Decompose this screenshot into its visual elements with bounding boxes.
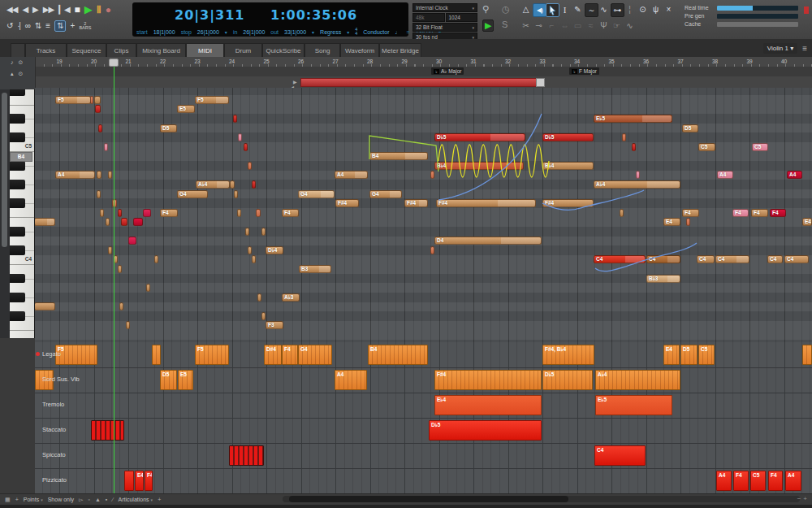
midi-note[interactable]: D5 [160, 124, 177, 132]
articulation-block[interactable]: B4 [368, 345, 428, 365]
event-list-button[interactable]: ≡ [45, 21, 50, 31]
vertical-scrollbar-track[interactable] [0, 89, 10, 338]
insert-tool-icon[interactable]: ¦ [624, 3, 636, 15]
articulation-block[interactable]: A4 [785, 471, 801, 491]
tab-clips[interactable]: Clips [106, 43, 136, 57]
key-bind-tool-icon[interactable]: ⊶ [611, 3, 624, 17]
midi-note[interactable]: A♭3 [282, 293, 300, 302]
track-selector[interactable]: Violin 1 ▾ [763, 43, 797, 54]
midi-note[interactable]: F4 [682, 209, 699, 217]
midi-note[interactable] [238, 133, 242, 141]
solo-icon[interactable]: S [502, 20, 508, 29]
midi-note[interactable] [98, 124, 102, 132]
midi-note[interactable] [261, 312, 266, 320]
midi-note[interactable] [230, 180, 235, 189]
midi-note[interactable]: C5 [752, 143, 768, 151]
tab-song[interactable]: Song [304, 43, 340, 57]
articulation-block[interactable] [229, 445, 264, 466]
mode-select[interactable]: Regress [320, 29, 341, 35]
articulation-block[interactable]: A♭4 [595, 370, 680, 390]
step-back-button[interactable]: ◀ [22, 5, 28, 15]
out-dropdown-icon[interactable]: ▾ [312, 29, 314, 35]
articulation-block[interactable]: A4 [716, 471, 732, 491]
midi-note[interactable] [104, 143, 108, 151]
articulation-block[interactable]: E5 [178, 370, 193, 390]
midi-note[interactable] [97, 171, 102, 179]
midi-note[interactable]: F#4 [335, 199, 359, 207]
midi-note[interactable]: B3 [299, 265, 331, 273]
black-key[interactable] [10, 161, 25, 171]
articulation-block[interactable]: E♭4 [434, 395, 542, 415]
time-signature[interactable]: 44 [355, 28, 357, 36]
return-to-start-button[interactable]: ▎◀ [58, 5, 69, 15]
reshape-tool-icon[interactable]: ～ [585, 3, 598, 17]
articulation-block[interactable]: D♭5 [429, 420, 542, 441]
horizontal-scrollbar-track[interactable] [283, 496, 800, 502]
black-key[interactable] [10, 293, 25, 302]
midi-note[interactable]: D♭5 [542, 133, 594, 141]
auto-record-button[interactable]: ⇅ [54, 20, 65, 32]
midi-note[interactable] [430, 246, 434, 254]
square-outline-icon[interactable]: ▫ [88, 497, 89, 502]
midi-note[interactable] [245, 228, 249, 236]
midi-note[interactable]: F5 [55, 96, 91, 104]
tab-waveform[interactable]: Waveform [340, 43, 379, 57]
selected-key-label[interactable]: B4 [10, 152, 32, 162]
midi-note[interactable]: F3 [266, 321, 283, 329]
points-select[interactable]: Points▾ [24, 497, 43, 502]
ibeam-tool-icon[interactable]: I [559, 3, 571, 15]
midi-note[interactable] [622, 133, 626, 141]
midi-note[interactable] [632, 143, 636, 151]
menu-icon[interactable]: ≡ [802, 44, 807, 53]
vertical-scrollbar-thumb[interactable] [2, 93, 7, 247]
midi-note[interactable]: A4 [717, 171, 733, 179]
mute-tool-icon[interactable]: × [663, 3, 675, 15]
in-value[interactable]: 26|1|000 [243, 29, 265, 35]
midi-note[interactable]: F4 [770, 209, 786, 217]
midi-note[interactable] [118, 209, 122, 217]
midi-note[interactable] [146, 284, 150, 292]
articulation-block[interactable]: F4 [768, 471, 783, 491]
audition-speaker-icon[interactable]: ◀) [533, 3, 546, 17]
midi-note[interactable]: F#4 [436, 199, 536, 207]
midi-note[interactable] [248, 246, 252, 254]
tab-drum[interactable]: Drum [224, 43, 262, 57]
conductor-label[interactable]: Conductor [363, 29, 389, 35]
grid-view-icon[interactable]: ▦ [5, 497, 11, 503]
midi-note[interactable] [154, 255, 158, 263]
selection-strip[interactable]: ▶ ◂ [0, 76, 812, 89]
midi-note[interactable] [133, 218, 143, 226]
fast-forward-button[interactable]: ▶▶ [43, 5, 54, 15]
note-zoom-icon[interactable]: ♪ ⊙ [11, 59, 24, 66]
midi-note[interactable] [237, 209, 241, 217]
slip-tool-icon[interactable]: ⌐ [546, 20, 558, 32]
midi-note[interactable]: E♭5 [594, 115, 672, 123]
midi-note[interactable]: C4 [594, 255, 646, 263]
midi-note[interactable] [252, 180, 256, 189]
articulation-block[interactable]: D#4 [264, 345, 282, 365]
punch-button[interactable]: ∙| [17, 21, 19, 31]
articulation-lanes[interactable]: F5F5D#4F4G4B4F#4, B♭4E4D5C5LegatoD5E5A4F… [35, 342, 812, 493]
cycle-end-handle[interactable] [536, 78, 545, 87]
midi-note[interactable] [108, 171, 112, 179]
midi-note[interactable]: F4 [732, 209, 749, 217]
midi-note[interactable]: A4 [55, 171, 95, 179]
tab-tracks[interactable]: Tracks [25, 43, 67, 57]
marker-zoom-icon[interactable]: ▴ ⊙ [11, 71, 24, 77]
audition-mic-icon[interactable]: ⚲ [482, 4, 489, 15]
midi-note[interactable]: F#4 [542, 199, 594, 207]
midi-note[interactable]: C4 [697, 255, 715, 263]
stop-dropdown-icon[interactable]: ▾ [225, 29, 227, 35]
cursor-mini-icon[interactable]: ▻ [79, 497, 83, 503]
midi-note[interactable]: C4 [767, 255, 783, 263]
midi-note[interactable] [252, 255, 256, 263]
midi-note[interactable]: D♭5 [434, 133, 525, 141]
black-key[interactable] [10, 311, 25, 321]
midi-note[interactable] [248, 162, 252, 170]
midi-note[interactable]: B4 [369, 152, 428, 160]
pointer-tool-icon[interactable] [546, 3, 559, 17]
midi-note[interactable]: G4 [177, 190, 208, 198]
snap-icon[interactable]: + [15, 497, 19, 502]
midi-note[interactable]: D♭4 [266, 246, 283, 254]
articulation-block[interactable] [802, 345, 812, 365]
